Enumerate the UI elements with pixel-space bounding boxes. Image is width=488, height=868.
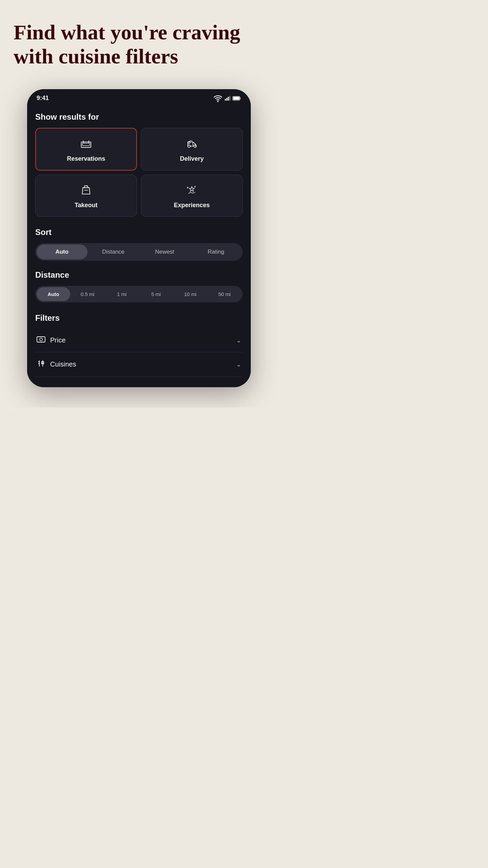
sort-option-rating[interactable]: Rating	[191, 244, 242, 259]
filter-cuisines-label: Cuisines	[50, 360, 76, 368]
headline: Find what you're craving with cuisine fi…	[14, 20, 264, 69]
filter-price-label: Price	[50, 336, 66, 344]
svg-rect-7	[233, 97, 239, 99]
takeout-icon	[80, 184, 92, 198]
distance-option-5mi[interactable]: 5 mi	[139, 287, 173, 301]
result-card-delivery[interactable]: Delivery	[141, 128, 243, 171]
svg-rect-20	[37, 337, 45, 342]
price-chevron-icon: ⌄	[236, 337, 241, 344]
svg-rect-2	[226, 98, 227, 100]
delivery-icon	[186, 138, 198, 151]
result-card-delivery-label: Delivery	[180, 155, 204, 162]
battery-icon	[232, 96, 241, 101]
filter-row-cuisines[interactable]: Cuisines ⌄	[35, 352, 243, 377]
reservations-icon	[80, 138, 92, 151]
svg-rect-4	[229, 96, 230, 100]
notch	[129, 89, 149, 95]
filter-cuisines-left: Cuisines	[37, 359, 76, 370]
distance-section: Distance Auto 0.5 mi 1 mi 5 mi 10 mi 50 …	[35, 270, 243, 302]
distance-section-title: Distance	[35, 270, 243, 280]
result-grid: Reservations Delivery	[35, 128, 243, 217]
wifi-icon	[214, 94, 222, 103]
filter-row-price[interactable]: Price ⌄	[35, 329, 243, 352]
results-section-title: Show results for	[35, 112, 243, 122]
distance-option-10mi[interactable]: 10 mi	[174, 287, 207, 301]
distance-option-50mi[interactable]: 50 mi	[208, 287, 241, 301]
sort-option-distance[interactable]: Distance	[88, 244, 139, 259]
result-card-reservations[interactable]: Reservations	[35, 128, 137, 171]
sort-segment-bar: Auto Distance Newest Rating	[35, 243, 243, 261]
result-card-takeout-label: Takeout	[75, 202, 98, 209]
headline-text: Find what you're craving with cuisine fi…	[14, 20, 264, 69]
distance-segment-bar: Auto 0.5 mi 1 mi 5 mi 10 mi 50 mi	[35, 286, 243, 302]
distance-option-0_5mi[interactable]: 0.5 mi	[71, 287, 104, 301]
distance-option-auto[interactable]: Auto	[37, 287, 70, 301]
filters-section: Filters Price ⌄	[35, 313, 243, 377]
result-card-takeout[interactable]: Takeout	[35, 175, 137, 217]
svg-rect-8	[81, 142, 91, 147]
filter-price-left: Price	[37, 336, 66, 345]
sort-option-newest[interactable]: Newest	[139, 244, 190, 259]
svg-point-21	[40, 338, 42, 341]
signal-icon	[224, 95, 230, 101]
distance-option-1mi[interactable]: 1 mi	[105, 287, 139, 301]
status-icons	[214, 94, 241, 103]
svg-rect-3	[228, 97, 229, 100]
phone-shell: 9:41 Sho	[27, 89, 251, 387]
result-card-experiences[interactable]: Experiences	[141, 175, 243, 217]
svg-point-0	[218, 101, 218, 101]
phone-content: Show results for Reservations	[27, 105, 251, 387]
result-card-experiences-label: Experiences	[174, 202, 210, 209]
filters-section-title: Filters	[35, 313, 243, 323]
result-card-reservations-label: Reservations	[67, 155, 105, 162]
svg-point-12	[188, 145, 190, 147]
experiences-icon	[186, 184, 198, 198]
cuisines-icon	[37, 359, 45, 370]
price-icon	[37, 336, 45, 345]
cuisines-chevron-icon: ⌄	[236, 361, 241, 368]
status-time: 9:41	[37, 95, 49, 102]
sort-option-auto[interactable]: Auto	[37, 244, 87, 259]
sort-section-title: Sort	[35, 228, 243, 237]
sort-section: Sort Auto Distance Newest Rating	[35, 228, 243, 261]
svg-rect-1	[225, 99, 226, 100]
svg-rect-9	[82, 143, 89, 145]
svg-rect-6	[240, 97, 241, 99]
